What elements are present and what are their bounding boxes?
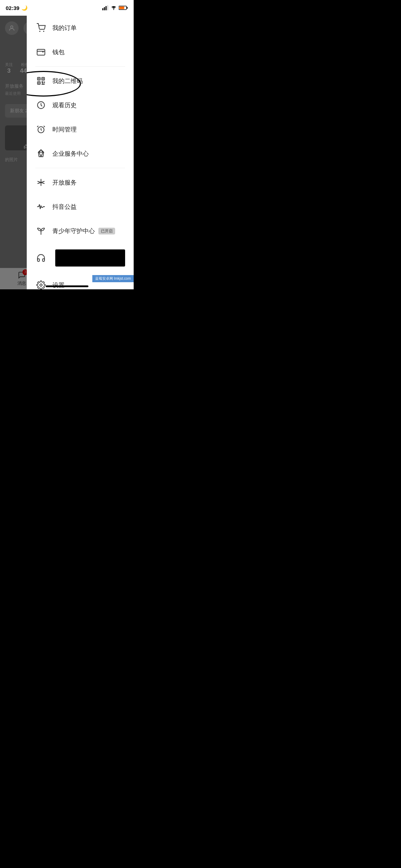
menu-item-headphones[interactable] xyxy=(27,243,134,273)
menu-item-timemanage[interactable]: 时间管理 xyxy=(27,117,134,141)
qrcode-label: 我的二维码 xyxy=(52,77,83,85)
sprout-icon xyxy=(35,225,47,237)
side-drawer: 我的订单 钱包 xyxy=(27,0,134,289)
svg-rect-11 xyxy=(37,49,45,55)
cart-icon xyxy=(35,22,47,33)
headphones-icon xyxy=(35,252,47,264)
svg-rect-42 xyxy=(127,7,128,9)
menu-item-charity[interactable]: 抖音公益 xyxy=(27,195,134,219)
status-bar: 02:39 🌙 xyxy=(0,0,134,16)
menu-item-qrcode[interactable]: 我的二维码 xyxy=(27,69,134,93)
divider-2 xyxy=(35,168,125,168)
settings-label: 设置 xyxy=(52,281,65,289)
svg-line-20 xyxy=(37,126,38,127)
status-icons xyxy=(102,5,128,10)
home-indicator xyxy=(46,285,88,287)
menu-item-openservice[interactable]: 开放服务 xyxy=(27,170,134,195)
signal-icon xyxy=(102,5,109,10)
svg-rect-39 xyxy=(107,5,108,10)
wallet-icon xyxy=(35,46,47,58)
charity-label: 抖音公益 xyxy=(52,203,77,211)
enterprise-label: 企业服务中心 xyxy=(52,150,89,158)
svg-point-10 xyxy=(43,31,44,32)
menu-item-history[interactable]: 观看历史 xyxy=(27,93,134,117)
youth-label: 青少年守护中心 xyxy=(52,227,95,235)
svg-point-31 xyxy=(40,284,42,286)
svg-line-21 xyxy=(44,126,45,127)
menu-item-youth[interactable]: 青少年守护中心 已开启 xyxy=(27,219,134,243)
wallet-label: 钱包 xyxy=(52,48,65,56)
timemanage-label: 时间管理 xyxy=(52,125,77,134)
divider-1 xyxy=(35,66,125,67)
qrcode-icon xyxy=(35,75,47,87)
svg-rect-43 xyxy=(119,7,124,9)
svg-point-40 xyxy=(113,9,114,10)
svg-point-9 xyxy=(39,31,40,32)
moon-icon: 🌙 xyxy=(21,5,27,11)
svg-rect-17 xyxy=(38,82,39,83)
orders-label: 我的订单 xyxy=(52,24,77,32)
svg-rect-37 xyxy=(104,7,105,10)
menu-item-orders[interactable]: 我的订单 xyxy=(27,16,134,40)
watermark: 蓝莓安卓网 lmkjst.com xyxy=(92,275,134,282)
battery-icon xyxy=(119,5,128,10)
wifi-icon xyxy=(110,5,117,10)
menu-item-wallet[interactable]: 钱包 xyxy=(27,40,134,64)
menu-item-enterprise[interactable]: 企业服务中心 xyxy=(27,141,134,166)
history-label: 观看历史 xyxy=(52,101,77,109)
heartbeat-icon xyxy=(35,201,47,212)
asterisk-icon xyxy=(35,177,47,188)
svg-rect-36 xyxy=(102,8,103,10)
svg-line-27 xyxy=(41,152,43,156)
svg-rect-15 xyxy=(38,78,39,79)
status-time: 02:39 xyxy=(6,5,19,11)
redacted-content xyxy=(55,249,125,267)
svg-rect-16 xyxy=(42,78,43,79)
svg-rect-38 xyxy=(106,6,107,10)
menu-list: 我的订单 钱包 xyxy=(27,16,134,289)
svg-line-26 xyxy=(39,152,41,156)
youth-badge: 已开启 xyxy=(98,228,115,234)
openservice-label: 开放服务 xyxy=(52,179,77,187)
settings-icon xyxy=(35,279,47,289)
clock-icon xyxy=(35,99,47,111)
diamond-icon xyxy=(35,148,47,159)
alarm-icon xyxy=(35,124,47,135)
svg-marker-22 xyxy=(38,150,43,157)
